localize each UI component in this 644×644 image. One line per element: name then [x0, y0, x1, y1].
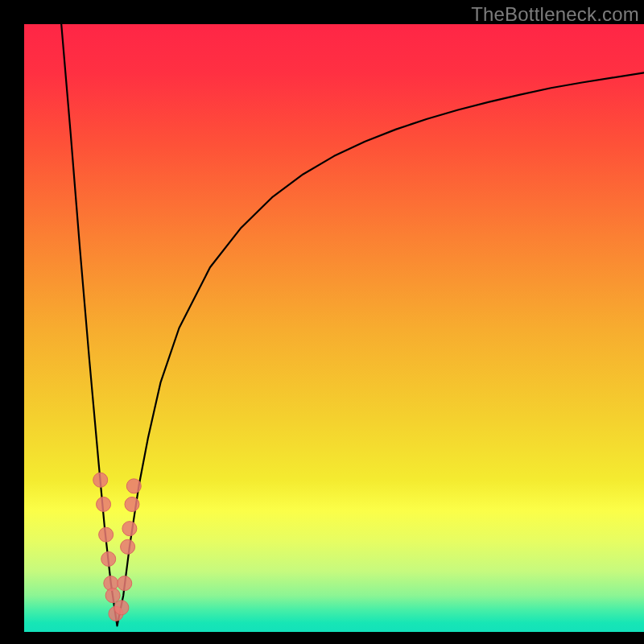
data-dot [118, 576, 132, 591]
chart-stage: TheBottleneck.com [0, 0, 644, 644]
data-dot [125, 497, 139, 511]
data-dot [99, 527, 114, 542]
data-dot [114, 601, 129, 615]
data-dot [93, 473, 108, 487]
data-dot [97, 497, 111, 511]
bottleneck-curve [61, 24, 644, 625]
data-dot [121, 539, 135, 554]
data-dot [101, 551, 116, 566]
plot-area [24, 24, 644, 632]
data-dots [93, 473, 142, 621]
data-dot [105, 588, 120, 603]
curve-layer [24, 24, 644, 632]
watermark-text: TheBottleneck.com [471, 3, 639, 26]
data-dot [122, 522, 137, 536]
data-dot [126, 479, 141, 493]
